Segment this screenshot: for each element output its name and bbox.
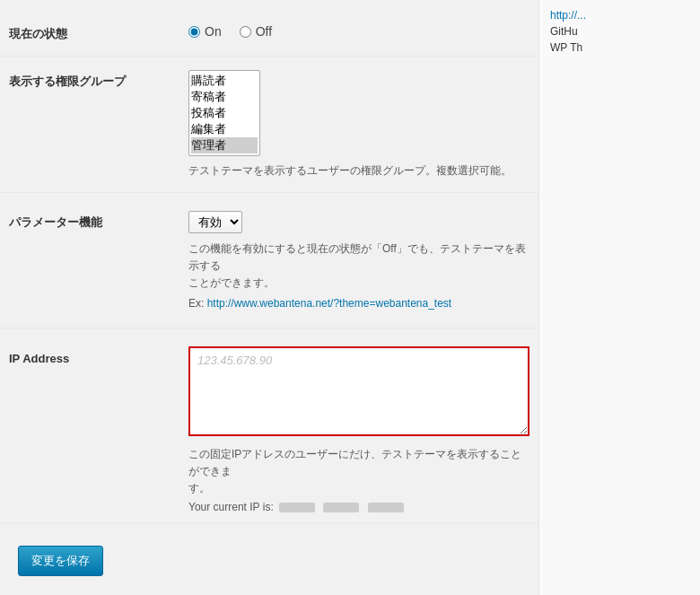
radio-off[interactable]: Off [240, 24, 272, 39]
param-desc-line2: ことができます。 [188, 276, 275, 289]
parameter-row: パラメーター機能 有効 無効 この機能を有効にすると現在の状態が「Off」でも、… [0, 193, 538, 328]
radio-on[interactable]: On [188, 24, 222, 39]
current-status-value: On Off [188, 22, 529, 39]
ip-address-row: IP Address この固定IPアドレスのユーザーにだけ、テストテーマを表示す… [0, 328, 538, 524]
parameter-select[interactable]: 有効 無効 [188, 211, 242, 233]
save-button[interactable]: 変更を保存 [18, 546, 103, 576]
radio-on-label: On [205, 24, 222, 39]
parameter-value: 有効 無効 この機能を有効にすると現在の状態が「Off」でも、テストテーマを表示… [188, 211, 529, 310]
sidebar-text-1: GitHu [550, 25, 689, 38]
radio-on-input[interactable] [188, 26, 200, 38]
permission-group-row: 表示する権限グループ 購読者 寄稿者 投稿者 編集者 管理者 テストテーマを表示… [0, 57, 538, 193]
sidebar-link-1[interactable]: http://... [550, 9, 689, 22]
param-description: この機能を有効にすると現在の状態が「Off」でも、テストテーマを表示する ことが… [188, 241, 529, 293]
option-editor[interactable]: 編集者 [191, 121, 258, 137]
current-ip-masked-2 [323, 503, 359, 512]
current-status-label: 現在の状態 [9, 22, 188, 42]
current-ip-line: Your current IP is: [188, 501, 529, 513]
sidebar-text-2: WP Th [550, 41, 689, 54]
option-contributor[interactable]: 寄稿者 [191, 89, 258, 105]
current-ip-prefix: Your current IP is: [188, 501, 274, 513]
ip-address-label: IP Address [9, 346, 188, 365]
permission-group-label: 表示する権限グループ [9, 70, 188, 90]
param-desc-line1: この機能を有効にすると現在の状態が「Off」でも、テストテーマを表示する [188, 242, 526, 272]
permission-group-value: 購読者 寄稿者 投稿者 編集者 管理者 テストテーマを表示するユーザーの権限グル… [188, 70, 529, 179]
ip-address-value: この固定IPアドレスのユーザーにだけ、テストテーマを表示することができま す。 … [188, 346, 529, 514]
save-button-row: 変更を保存 [0, 523, 538, 595]
permission-hint: テストテーマを表示するユーザーの権限グループ。複数選択可能。 [188, 163, 529, 179]
radio-off-input[interactable] [240, 26, 251, 38]
current-status-row: 現在の状態 On Off [0, 9, 538, 57]
current-ip-masked-3 [368, 503, 404, 512]
permission-group-select[interactable]: 購読者 寄稿者 投稿者 編集者 管理者 [188, 70, 260, 156]
param-ex-prefix: Ex: [188, 297, 207, 310]
sidebar: http://... GitHu WP Th [538, 0, 700, 595]
param-link[interactable]: http://www.webantena.net/?theme=webanten… [207, 297, 452, 310]
ip-hint-line2: す。 [188, 482, 210, 494]
option-admin[interactable]: 管理者 [191, 137, 258, 153]
ip-hint: この固定IPアドレスのユーザーにだけ、テストテーマを表示することができま す。 [188, 446, 529, 498]
param-ex-line: Ex: http://www.webantena.net/?theme=weba… [188, 296, 529, 310]
parameter-label: パラメーター機能 [9, 211, 188, 231]
ip-address-textarea[interactable] [188, 346, 529, 436]
option-subscriber[interactable]: 購読者 [191, 73, 258, 89]
ip-hint-line1: この固定IPアドレスのユーザーにだけ、テストテーマを表示することができま [188, 448, 521, 477]
ip-textarea-wrapper [188, 346, 529, 439]
current-ip-masked-1 [279, 503, 315, 512]
radio-group: On Off [188, 22, 529, 39]
page-wrapper: 現在の状態 On Off 表示する権限グループ 購読 [0, 0, 700, 595]
main-content: 現在の状態 On Off 表示する権限グループ 購読 [0, 0, 538, 595]
option-author[interactable]: 投稿者 [191, 105, 258, 121]
radio-off-label: Off [256, 24, 272, 39]
